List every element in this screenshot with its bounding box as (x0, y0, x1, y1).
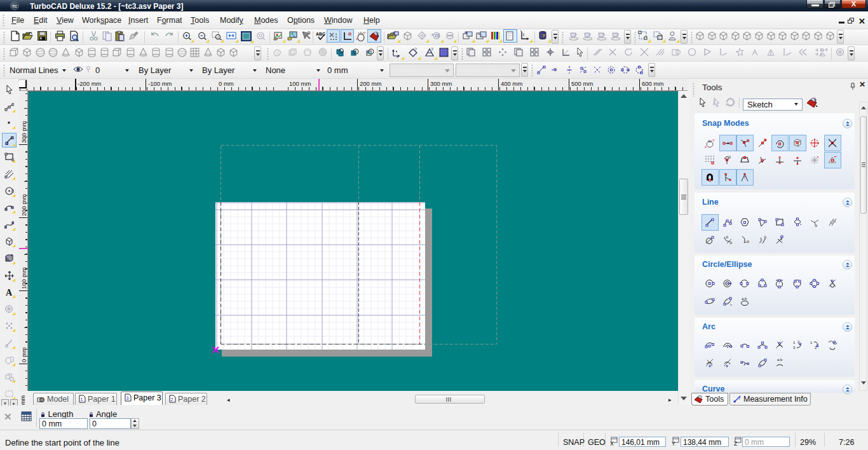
svg-text:1: 1 (793, 341, 796, 344)
svg-text:3: 3 (126, 396, 129, 400)
svg-text:X: X (610, 440, 614, 446)
svg-text:Y: Y (363, 31, 366, 35)
svg-text:x: x (356, 37, 358, 41)
svg-text:t: t (523, 32, 524, 37)
svg-text:?: ? (738, 395, 741, 401)
svg-text:1: 1 (810, 341, 813, 344)
svg-text:?: ? (414, 47, 417, 51)
svg-text:?: ? (542, 33, 545, 39)
svg-text:1: 1 (81, 397, 83, 402)
svg-text:2: 2 (171, 397, 173, 402)
svg-text:x: x (705, 145, 707, 149)
svg-text:x: x (397, 55, 398, 58)
svg-text:a:b: a:b (777, 358, 783, 362)
svg-text:Z: Z (734, 440, 737, 446)
svg-text:3: 3 (793, 346, 796, 350)
svg-text:a:b: a:b (742, 297, 747, 301)
svg-text:?: ? (431, 47, 433, 51)
svg-text:Y: Y (672, 440, 675, 446)
svg-text:Y: Y (712, 139, 715, 142)
svg-text:A: A (6, 288, 13, 297)
